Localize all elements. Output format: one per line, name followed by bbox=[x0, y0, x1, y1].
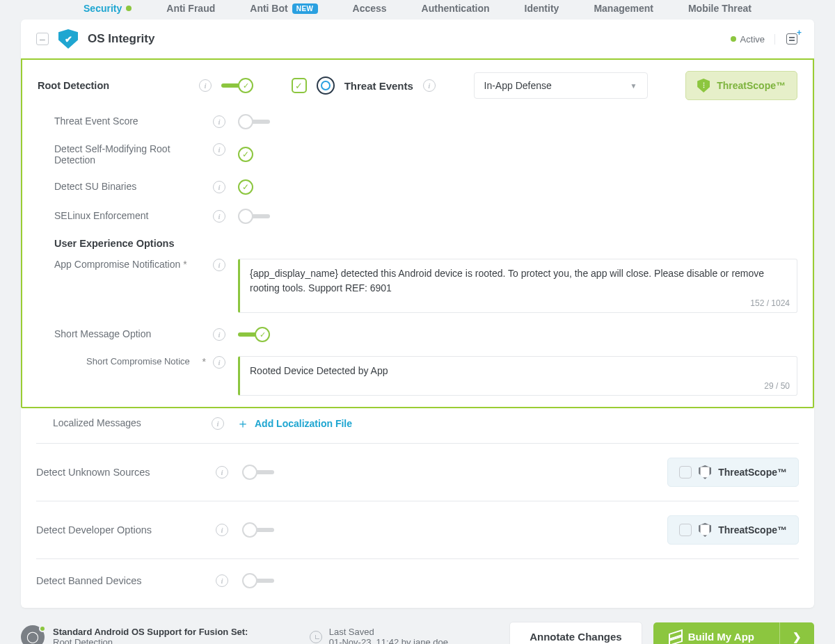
info-icon[interactable]: i bbox=[213, 181, 225, 193]
threatscope-label: ThreatScope™ bbox=[717, 80, 786, 91]
info-icon[interactable]: i bbox=[216, 466, 228, 478]
info-icon[interactable]: i bbox=[213, 328, 225, 341]
build-icon bbox=[669, 631, 680, 643]
build-my-app-button[interactable]: Build My App ❯ bbox=[653, 622, 814, 645]
row-label: Short Message Option bbox=[54, 328, 206, 339]
tab-label: Security bbox=[84, 3, 122, 14]
banned-devices-toggle[interactable] bbox=[242, 573, 274, 588]
shield-outline-icon bbox=[699, 465, 711, 479]
status-label: Active bbox=[740, 34, 765, 45]
row-developer-options: Detect Developer Options i ThreatScope™ bbox=[21, 506, 814, 554]
info-icon[interactable]: i bbox=[216, 524, 228, 536]
checkbox-icon bbox=[679, 524, 692, 536]
tab-identity[interactable]: Identity bbox=[525, 3, 559, 14]
platform-android-icon: ◯ bbox=[21, 625, 45, 645]
info-icon[interactable]: i bbox=[199, 79, 212, 92]
self-modifying-checkbox[interactable] bbox=[238, 147, 253, 162]
divider bbox=[36, 501, 799, 501]
tab-label: Management bbox=[594, 3, 653, 14]
threat-score-toggle[interactable] bbox=[238, 114, 270, 129]
tab-label: Mobile Threat bbox=[688, 3, 752, 14]
collapse-toggle-icon[interactable]: – bbox=[36, 33, 49, 45]
annotate-changes-button[interactable]: Annotate Changes bbox=[509, 622, 642, 644]
char-count: 29 / 50 bbox=[764, 381, 790, 391]
row-label: Threat Event Score bbox=[54, 115, 206, 127]
task-list-button[interactable]: + bbox=[785, 32, 799, 46]
threatscope-label: ThreatScope™ bbox=[718, 524, 787, 536]
unknown-sources-toggle[interactable] bbox=[242, 465, 274, 480]
threat-events-icon bbox=[317, 77, 335, 95]
info-icon[interactable]: i bbox=[213, 143, 225, 156]
row-label: SELinux Enforcement bbox=[54, 210, 206, 221]
info-icon[interactable]: i bbox=[213, 210, 225, 223]
row-threat-score: Threat Event Score i bbox=[22, 107, 813, 136]
shield-icon: ⋮ bbox=[697, 79, 710, 92]
char-count: 152 / 1024 bbox=[750, 298, 790, 308]
new-badge: NEW bbox=[292, 3, 318, 14]
add-localization-link[interactable]: ＋ Add Localization File bbox=[237, 415, 352, 432]
row-label: App Compromise Notification* bbox=[54, 259, 206, 270]
top-nav: Security Anti Fraud Anti Bot NEW Access … bbox=[0, 0, 835, 19]
threatscope-button-active[interactable]: ⋮ ThreatScope™ bbox=[685, 71, 797, 100]
selinux-toggle[interactable] bbox=[238, 209, 270, 224]
info-icon[interactable]: i bbox=[423, 79, 436, 92]
required-mark: * bbox=[202, 356, 206, 367]
defense-mode-select[interactable]: In-App Defense ▼ bbox=[474, 72, 648, 99]
row-label: Detect SU Binaries bbox=[54, 181, 206, 192]
info-icon[interactable]: i bbox=[213, 356, 225, 369]
tab-access[interactable]: Access bbox=[353, 3, 387, 14]
threat-events-group: Threat Events i bbox=[292, 77, 436, 95]
row-label: Detect Self-Modifying Root Detection bbox=[54, 143, 206, 166]
root-detection-header: Root Detection i Threat Events i In-App … bbox=[22, 60, 813, 107]
threat-events-checkbox[interactable] bbox=[292, 78, 307, 93]
tab-label: Authentication bbox=[422, 3, 490, 14]
threat-events-label: Threat Events bbox=[344, 80, 413, 92]
short-message-toggle[interactable] bbox=[238, 327, 270, 342]
row-selinux: SELinux Enforcement i bbox=[22, 202, 813, 231]
row-label: Detect Unknown Sources bbox=[36, 467, 202, 478]
button-label: Annotate Changes bbox=[530, 631, 622, 643]
info-icon[interactable]: i bbox=[213, 259, 225, 271]
caret-down-icon: ▼ bbox=[630, 82, 637, 90]
task-list-icon bbox=[786, 33, 797, 45]
tab-anti-fraud[interactable]: Anti Fraud bbox=[166, 3, 215, 14]
row-app-compromise-notification: App Compromise Notification* i {app_disp… bbox=[22, 252, 813, 320]
tab-anti-bot[interactable]: Anti Bot NEW bbox=[250, 3, 317, 14]
threatscope-button-inactive[interactable]: ThreatScope™ bbox=[667, 458, 799, 487]
root-detection-toggle[interactable] bbox=[221, 78, 253, 93]
fusion-title: Standard Android OS Support for Fusion S… bbox=[53, 627, 248, 637]
row-label: Detect Banned Devices bbox=[36, 575, 202, 586]
tab-management[interactable]: Management bbox=[594, 3, 653, 14]
notification-textarea[interactable]: {app_display_name} detected this Android… bbox=[238, 259, 797, 313]
tab-authentication[interactable]: Authentication bbox=[422, 3, 490, 14]
os-integrity-card: – OS Integrity Active + Root Detection i bbox=[21, 19, 814, 608]
textarea-value: Rooted Device Detected by App bbox=[250, 364, 787, 378]
row-label: Localized Messages bbox=[53, 417, 205, 428]
info-icon[interactable]: i bbox=[216, 574, 228, 587]
history-icon bbox=[310, 631, 322, 643]
os-integrity-shield-icon bbox=[58, 29, 78, 49]
su-binaries-checkbox[interactable] bbox=[238, 179, 253, 195]
button-label: Build My App bbox=[688, 631, 754, 643]
plus-icon: ＋ bbox=[237, 415, 249, 432]
tab-security[interactable]: Security bbox=[84, 3, 132, 14]
short-notice-textarea[interactable]: Rooted Device Detected by App 29 / 50 bbox=[238, 356, 797, 396]
last-saved-label: Last Saved bbox=[329, 627, 448, 637]
developer-options-toggle[interactable] bbox=[242, 522, 274, 538]
divider bbox=[36, 443, 799, 444]
card-title: OS Integrity bbox=[88, 32, 154, 46]
tab-label: Anti Fraud bbox=[166, 3, 215, 14]
info-icon[interactable]: i bbox=[212, 417, 224, 430]
status-dot-icon bbox=[126, 6, 132, 11]
info-icon[interactable]: i bbox=[213, 115, 225, 128]
tab-label: Access bbox=[353, 3, 387, 14]
tab-mobile-threat[interactable]: Mobile Threat bbox=[688, 3, 752, 14]
card-header: – OS Integrity Active + bbox=[21, 19, 814, 59]
tab-label: Anti Bot bbox=[250, 3, 287, 14]
required-mark: * bbox=[183, 259, 186, 270]
root-detection-label: Root Detection bbox=[38, 80, 189, 91]
chevron-right-icon[interactable]: ❯ bbox=[779, 622, 814, 645]
status-dot-icon bbox=[731, 36, 736, 42]
threatscope-button-inactive[interactable]: ThreatScope™ bbox=[667, 515, 799, 545]
fusion-set-info: ◯ Standard Android OS Support for Fusion… bbox=[21, 625, 248, 645]
